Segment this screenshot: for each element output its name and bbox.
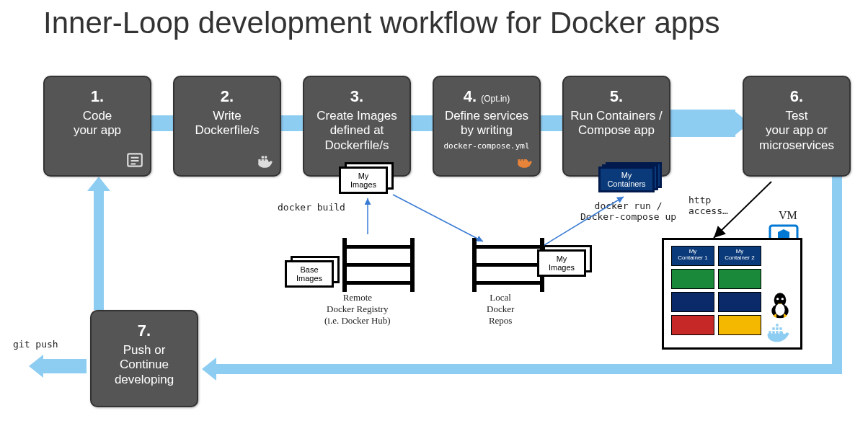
step-label: Push or Continue developing <box>115 343 174 386</box>
step-num: 4. (Opt.in) <box>440 87 533 106</box>
step-label: Testyour app or microservices <box>759 109 834 152</box>
flow-arrow-left <box>43 359 87 373</box>
docker-icon <box>766 321 796 343</box>
step-label: WriteDockerfile/s <box>195 109 260 137</box>
flow-line <box>832 177 842 371</box>
vm-block <box>718 315 761 335</box>
step-3-box: 3. Create Images defined at Dockerfile/s <box>303 76 411 177</box>
flow-arrow-up <box>94 191 104 310</box>
my-images-stack-2: MyImages <box>537 245 595 278</box>
base-images-stack: BaseImages <box>285 256 342 288</box>
step-7-box: 7. Push or Continue developing <box>90 310 198 407</box>
step-label: Codeyour app <box>74 109 121 137</box>
svg-line-10 <box>714 182 771 238</box>
vm-block <box>671 315 714 335</box>
step-num: 7. <box>97 321 191 340</box>
step-num: 1. <box>50 87 144 106</box>
step-6-box: 6. Testyour app or microservices <box>743 76 851 177</box>
flow-arrow-big <box>663 110 735 137</box>
svg-point-13 <box>775 303 784 316</box>
vm-container-2: MyContainer 2 <box>718 246 761 266</box>
my-images-stack: MyImages <box>339 162 397 195</box>
svg-point-15 <box>781 298 784 300</box>
step-label: Create Images defined at Dockerfile/s <box>316 109 397 152</box>
vm-container-1: MyContainer 1 <box>671 246 714 266</box>
step-num: 6. <box>750 87 843 106</box>
vm-block <box>671 269 714 289</box>
step-label: Define services by writingdocker-compose… <box>440 109 533 151</box>
step-4-box: 4. (Opt.in) Define services by writingdo… <box>433 76 541 177</box>
thin-arrow <box>389 191 490 249</box>
vm-block <box>718 269 761 289</box>
step-1-box: 1. Codeyour app <box>43 76 151 177</box>
local-repos-label: LocalDockerRepos <box>487 292 514 327</box>
step-5-box: 5. Run Containers / Compose app <box>562 76 670 177</box>
flow-arrow-left <box>216 364 842 374</box>
vm-box: MyContainer 1 MyContainer 2 <box>662 238 802 350</box>
step-2-box: 2. WriteDockerfile/s <box>173 76 281 177</box>
docker-icon <box>255 151 274 169</box>
step-num: 3. <box>310 87 404 106</box>
code-icon <box>125 151 144 169</box>
remote-registry-label: RemoteDocker Registry(i.e. Docker Hub) <box>324 292 391 327</box>
step-num: 5. <box>570 87 663 106</box>
my-containers-stack: MyContainers <box>598 162 663 195</box>
docker-build-label: docker build <box>278 202 345 213</box>
docker-icon <box>515 151 533 169</box>
tux-icon <box>766 290 794 319</box>
thin-arrow <box>707 180 779 245</box>
thin-arrow <box>360 195 375 238</box>
svg-point-14 <box>776 298 779 300</box>
vm-block <box>671 292 714 312</box>
svg-line-6 <box>544 197 624 245</box>
vm-block <box>718 292 761 312</box>
svg-line-5 <box>393 195 483 241</box>
page-title: Inner-Loop development workflow for Dock… <box>43 6 719 40</box>
vm-label: VM <box>779 209 797 222</box>
step-num: 2. <box>180 87 274 106</box>
git-push-label: git push <box>13 339 58 350</box>
thin-arrow <box>533 191 634 249</box>
step-label: Run Containers / Compose app <box>570 109 663 137</box>
